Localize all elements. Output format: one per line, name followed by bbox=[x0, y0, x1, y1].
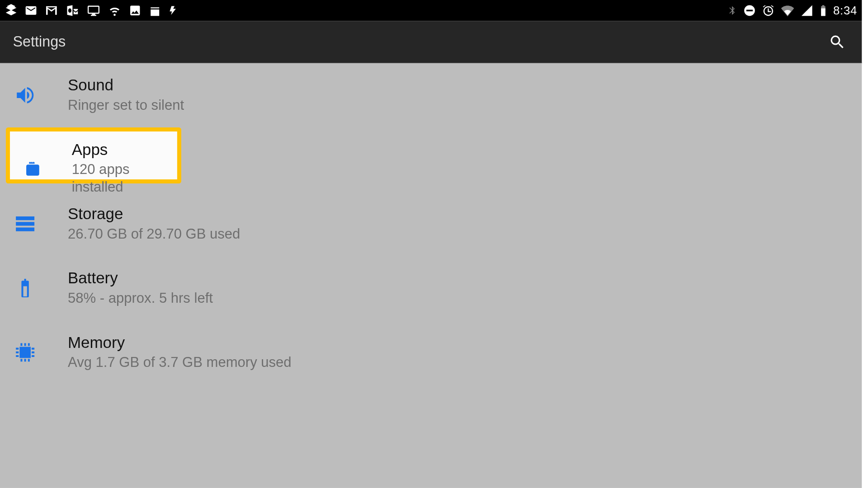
item-subtitle: Ringer set to silent bbox=[68, 96, 184, 114]
signal-icon bbox=[801, 4, 813, 17]
status-bar: 8:34 bbox=[0, 0, 862, 21]
stack-icon bbox=[5, 4, 17, 17]
battery-setting-icon bbox=[14, 277, 36, 299]
bluetooth-icon bbox=[727, 4, 737, 17]
settings-item-sound[interactable]: Sound Ringer set to silent bbox=[0, 63, 862, 127]
item-title: Sound bbox=[68, 76, 184, 94]
battery-icon bbox=[819, 4, 827, 17]
wifi-icon bbox=[781, 4, 795, 17]
settings-item-storage[interactable]: Storage 26.70 GB of 29.70 GB used bbox=[0, 192, 862, 256]
item-subtitle: 58% - approx. 5 hrs left bbox=[68, 289, 213, 307]
alarm-icon bbox=[762, 4, 774, 17]
storage-icon bbox=[14, 213, 36, 235]
item-title: Storage bbox=[68, 205, 240, 223]
item-title: Memory bbox=[68, 333, 292, 352]
memory-icon bbox=[14, 341, 36, 363]
search-icon bbox=[829, 33, 846, 51]
display-icon bbox=[86, 4, 100, 17]
app-bar: Settings bbox=[0, 21, 862, 63]
outlook-icon bbox=[66, 4, 80, 17]
svg-rect-1 bbox=[746, 10, 753, 12]
item-title: Battery bbox=[68, 269, 213, 287]
item-subtitle: 26.70 GB of 29.70 GB used bbox=[68, 225, 240, 243]
search-button[interactable] bbox=[826, 30, 849, 54]
news-icon bbox=[148, 4, 161, 17]
status-clock: 8:34 bbox=[833, 4, 857, 17]
wifi-small-icon bbox=[108, 4, 122, 17]
dnd-icon bbox=[743, 4, 756, 17]
bolt-icon bbox=[168, 4, 179, 17]
image-icon bbox=[129, 4, 142, 17]
settings-item-battery[interactable]: Battery 58% - approx. 5 hrs left bbox=[0, 256, 862, 320]
settings-item-memory[interactable]: Memory Avg 1.7 GB of 3.7 GB memory used bbox=[0, 320, 862, 385]
item-subtitle: Avg 1.7 GB of 3.7 GB memory used bbox=[68, 353, 292, 371]
settings-list: Sound Ringer set to silent Storage 26.70… bbox=[0, 63, 862, 488]
gmail-icon bbox=[44, 4, 58, 17]
sound-icon bbox=[14, 84, 36, 106]
mail-icon bbox=[24, 4, 37, 17]
device-screen: 8:34 Settings Sound Ringer set to silent bbox=[0, 0, 862, 488]
app-bar-title: Settings bbox=[13, 33, 66, 51]
